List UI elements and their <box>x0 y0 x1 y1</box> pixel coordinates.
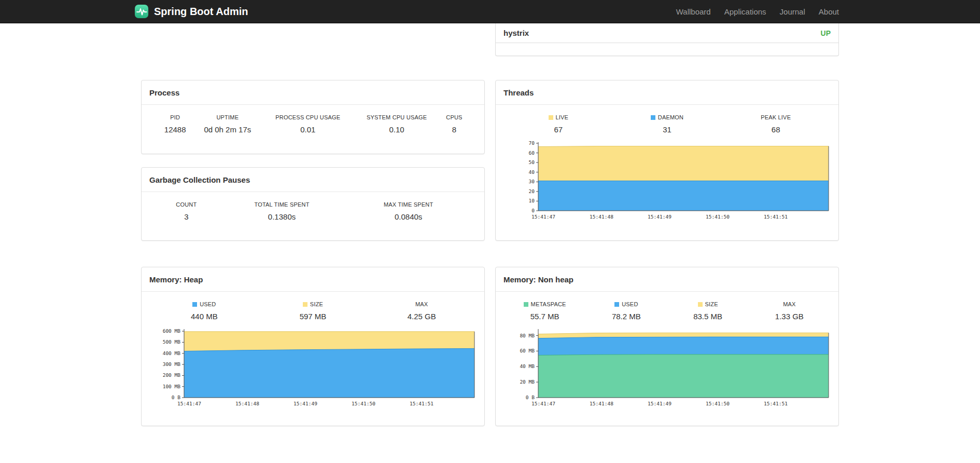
y-tick-label: 200 MB <box>163 372 181 378</box>
memory-heap-card: Memory: Heap USED SIZE MAX 440 MB 597 MB… <box>141 267 485 426</box>
memory-nonheap-chart: 0 B20 MB40 MB60 MB80 MB15:41:4715:41:481… <box>496 321 838 412</box>
legend-label: PEAK LIVE <box>761 114 791 120</box>
legend-value: 4.25 GB <box>367 307 476 321</box>
metric-label: TOTAL TIME SPENT <box>216 201 348 208</box>
legend-label: METASPACE <box>531 301 566 307</box>
threads-legend: LIVE DAEMON PEAK LIVE 67 31 68 <box>496 105 838 134</box>
legend-label: SIZE <box>310 301 323 307</box>
navbar: Spring Boot Admin Wallboard Applications… <box>0 0 980 23</box>
status-badge: UP <box>821 29 831 37</box>
x-tick-label: 15:41:49 <box>293 401 317 406</box>
y-tick-label: 0 B <box>172 394 180 400</box>
gc-pauses-card: Garbage Collection Pauses COUNT TOTAL TI… <box>141 167 485 241</box>
y-tick-label: 10 <box>529 198 535 203</box>
x-tick-label: 15:41:47 <box>531 401 555 406</box>
x-tick-label: 15:41:47 <box>531 214 555 220</box>
x-tick-label: 15:41:50 <box>706 401 730 406</box>
x-tick-label: 15:41:51 <box>410 401 433 406</box>
memory-heap-chart: 0 B100 MB200 MB300 MB400 MB500 MB600 MB1… <box>142 321 484 412</box>
metric-label: SYSTEM CPU USAGE <box>354 114 440 120</box>
memory-nonheap-card: Memory: Non heap METASPACE USED SIZE MAX… <box>495 267 839 426</box>
legend-value: 78.2 MB <box>585 307 667 321</box>
legend-value: 67 <box>504 120 613 134</box>
y-tick-label: 300 MB <box>163 361 181 367</box>
nav-item-wallboard[interactable]: Wallboard <box>676 7 711 16</box>
metric-value: 0.0840s <box>348 208 469 221</box>
metric-label: UPTIME <box>193 114 262 120</box>
process-card: Process PID UPTIME PROCESS CPU USAGE SYS… <box>141 80 485 154</box>
area-series <box>538 181 829 211</box>
application-name-link[interactable]: hystrix <box>503 29 529 37</box>
threads-chart: 01020304050607015:41:4715:41:4815:41:491… <box>496 134 838 225</box>
nav-item-applications[interactable]: Applications <box>724 7 766 16</box>
content: Process PID UPTIME PROCESS CPU USAGE SYS… <box>141 23 839 426</box>
y-tick-label: 400 MB <box>163 350 181 356</box>
right-column: hystrix UP Threads LIVE DAEMON PEAK LIVE… <box>495 23 839 426</box>
y-tick-label: 0 <box>531 208 535 213</box>
x-tick-label: 15:41:49 <box>648 214 671 220</box>
y-tick-label: 30 <box>529 179 535 184</box>
y-tick-label: 500 MB <box>163 339 181 345</box>
legend-swatch-metaspace <box>524 302 528 307</box>
legend-label: MAX <box>415 301 428 307</box>
y-tick-label: 600 MB <box>163 328 181 334</box>
y-tick-label: 60 MB <box>520 348 535 353</box>
x-tick-label: 15:41:50 <box>352 401 375 406</box>
y-tick-label: 100 MB <box>163 384 181 389</box>
brand-link[interactable]: Spring Boot Admin <box>134 4 248 19</box>
nav-item-about[interactable]: About <box>819 7 839 16</box>
application-status-card: hystrix UP <box>495 23 839 56</box>
area-series <box>538 355 829 398</box>
y-tick-label: 40 <box>529 169 535 175</box>
legend-label: USED <box>200 301 216 307</box>
metric-value: 3 <box>157 208 216 221</box>
legend-label: SIZE <box>705 301 718 307</box>
nav-item-journal[interactable]: Journal <box>780 7 805 16</box>
legend-label: LIVE <box>556 114 569 120</box>
legend-value: 1.33 GB <box>749 307 830 321</box>
chart-svg: 01020304050607015:41:4715:41:4815:41:491… <box>503 141 832 223</box>
legend-value: 597 MB <box>259 307 368 321</box>
heap-legend: USED SIZE MAX 440 MB 597 MB 4.25 GB <box>142 292 484 321</box>
nonheap-legend: METASPACE USED SIZE MAX 55.7 MB 78.2 MB … <box>496 292 838 321</box>
legend-value: 31 <box>613 120 722 134</box>
metric-label: MAX TIME SPENT <box>348 201 469 208</box>
x-tick-label: 15:41:51 <box>764 214 788 220</box>
application-row: hystrix UP <box>496 23 838 43</box>
nav-links: Wallboard Applications Journal About <box>676 7 839 16</box>
metric-label: PID <box>157 114 193 120</box>
gc-metrics: COUNT TOTAL TIME SPENT MAX TIME SPENT 3 … <box>142 192 484 221</box>
legend-swatch-size <box>698 302 703 307</box>
chart-svg: 0 B20 MB40 MB60 MB80 MB15:41:4715:41:481… <box>503 328 832 410</box>
metric-label: CPUS <box>440 114 469 120</box>
x-tick-label: 15:41:51 <box>764 401 788 406</box>
brand-title: Spring Boot Admin <box>154 6 248 18</box>
y-tick-label: 20 MB <box>520 379 535 385</box>
left-column: Process PID UPTIME PROCESS CPU USAGE SYS… <box>141 23 485 426</box>
metric-label: PROCESS CPU USAGE <box>262 114 354 120</box>
x-tick-label: 15:41:50 <box>706 214 730 220</box>
x-tick-label: 15:41:48 <box>235 401 259 406</box>
y-tick-label: 40 MB <box>520 363 535 369</box>
navbar-inner: Spring Boot Admin Wallboard Applications… <box>141 0 839 23</box>
x-tick-label: 15:41:48 <box>590 214 613 220</box>
y-tick-label: 20 <box>529 188 535 194</box>
process-metrics: PID UPTIME PROCESS CPU USAGE SYSTEM CPU … <box>142 105 484 134</box>
metric-value: 0d 0h 2m 17s <box>193 120 262 134</box>
legend-swatch-used <box>192 302 197 307</box>
threads-card: Threads LIVE DAEMON PEAK LIVE 67 31 68 0… <box>495 80 839 241</box>
y-tick-label: 50 <box>529 159 535 165</box>
legend-value: 440 MB <box>150 307 259 321</box>
x-tick-label: 15:41:48 <box>590 401 613 406</box>
legend-swatch-used <box>614 302 619 307</box>
y-tick-label: 0 B <box>526 394 535 400</box>
y-tick-label: 60 <box>529 150 535 156</box>
x-tick-label: 15:41:49 <box>648 401 671 406</box>
x-tick-label: 15:41:47 <box>177 401 201 406</box>
y-tick-label: 70 <box>529 141 535 146</box>
legend-swatch-size <box>303 302 307 307</box>
metric-value: 12488 <box>157 120 193 134</box>
legend-value: 83.5 MB <box>667 307 749 321</box>
area-series <box>184 348 474 398</box>
legend-value: 55.7 MB <box>504 307 585 321</box>
